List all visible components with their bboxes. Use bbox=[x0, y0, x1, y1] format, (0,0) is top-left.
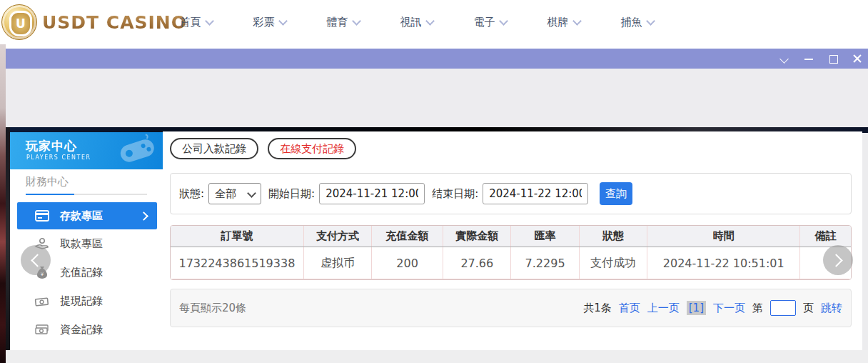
minimize-button[interactable] bbox=[802, 52, 815, 65]
end-date-input[interactable] bbox=[483, 183, 588, 204]
sidebar-item-label: 提現記錄 bbox=[60, 294, 103, 308]
modal-bottom-strip bbox=[6, 350, 868, 363]
table-header-cell: 匯率 bbox=[511, 226, 579, 247]
coin-letter: U bbox=[9, 11, 32, 36]
table-cell: 7.2295 bbox=[511, 247, 579, 279]
table-header-cell: 備註 bbox=[800, 226, 851, 247]
table-cell: 支付成功 bbox=[580, 247, 647, 279]
next-page-link[interactable]: 下一页 bbox=[713, 302, 745, 315]
sidebar-item-funds-record[interactable]: 資金記錄 bbox=[10, 315, 163, 344]
chevron-down-icon bbox=[425, 16, 435, 26]
maximize-button[interactable] bbox=[827, 52, 839, 65]
nav-label: 彩票 bbox=[253, 16, 275, 29]
table-header-cell: 充值金額 bbox=[372, 226, 443, 247]
carousel-next-button[interactable] bbox=[823, 245, 853, 275]
total-count-text: 共1条 bbox=[583, 302, 612, 315]
background-photo-strip bbox=[0, 44, 6, 363]
nav-label: 首頁 bbox=[180, 16, 201, 29]
collapse-button[interactable] bbox=[778, 52, 791, 65]
nav-label: 棋牌 bbox=[547, 16, 569, 29]
sidebar-item-withdraw-record[interactable]: 提現記錄 bbox=[10, 287, 163, 315]
chevron-down-icon bbox=[278, 16, 288, 26]
banknote-icon bbox=[34, 293, 50, 309]
screen: U USDT CASINO 首頁彩票體育視訊電子棋牌捕魚 玩家中心 PLAYER… bbox=[0, 0, 868, 363]
chevron-right-icon bbox=[829, 254, 842, 267]
chevron-right-icon bbox=[139, 212, 148, 221]
page-size-text: 每頁顯示20條 bbox=[179, 302, 246, 315]
status-select[interactable]: 全部 bbox=[208, 183, 261, 204]
nav-item-cards[interactable]: 棋牌 bbox=[527, 0, 600, 44]
table-header-cell: 訂單號 bbox=[171, 226, 304, 247]
current-page-badge: [1] bbox=[687, 301, 706, 315]
nav-item-sports[interactable]: 體育 bbox=[306, 0, 380, 44]
sidebar-item-deposit-zone[interactable]: 存款專區 bbox=[17, 202, 157, 229]
sidebar-item-label: 資金記錄 bbox=[60, 323, 103, 337]
jump-page-input[interactable] bbox=[770, 300, 796, 316]
sidebar-subtitle: PLAYERS CENTER bbox=[26, 154, 91, 161]
nav-item-slots[interactable]: 電子 bbox=[453, 0, 527, 44]
chevron-down-icon bbox=[247, 189, 256, 198]
coin-logo-icon: U bbox=[1, 4, 37, 40]
record-tabs: 公司入款記錄 在線支付記錄 bbox=[170, 138, 356, 159]
chevron-down-icon bbox=[352, 16, 361, 26]
banknotes-icon bbox=[34, 322, 50, 337]
status-label: 狀態: bbox=[179, 187, 204, 201]
gamepad-icon bbox=[115, 132, 158, 169]
sidebar-item-label: 存款專區 bbox=[60, 209, 103, 223]
nav-label: 電子 bbox=[474, 16, 495, 29]
prev-page-link[interactable]: 上一页 bbox=[647, 302, 680, 315]
site-header: U USDT CASINO 首頁彩票體育視訊電子棋牌捕魚 bbox=[0, 0, 868, 44]
sidebar-title: 玩家中心 bbox=[26, 138, 77, 154]
modal-right-gutter bbox=[862, 133, 868, 357]
table-body: 1732243861519338虚拟币20027.667.2295支付成功202… bbox=[171, 247, 851, 279]
sidebar: 玩家中心 PLAYERS CENTER 財務中心 存款專區取款專區¥充值記錄提現… bbox=[10, 132, 163, 350]
first-page-link[interactable]: 首页 bbox=[619, 302, 640, 315]
nav-item-video[interactable]: 視訊 bbox=[380, 0, 453, 44]
player-center-window: 玩家中心 PLAYERS CENTER 財務中心 存款專區取款專區¥充值記錄提現… bbox=[6, 49, 868, 363]
end-date-label: 结束日期: bbox=[432, 187, 478, 201]
chevron-down-icon bbox=[572, 16, 582, 26]
nav-label: 體育 bbox=[327, 16, 348, 29]
search-button[interactable]: 查詢 bbox=[600, 182, 632, 205]
nav-label: 捕魚 bbox=[621, 16, 642, 29]
window-controls bbox=[778, 49, 864, 69]
close-button[interactable] bbox=[851, 52, 864, 65]
sidebar-section-underline bbox=[26, 194, 147, 195]
status-select-value: 全部 bbox=[215, 187, 236, 201]
jump-action-link[interactable]: 跳转 bbox=[821, 302, 842, 315]
window-titlebar[interactable] bbox=[6, 49, 868, 69]
deposit-card-icon bbox=[34, 208, 50, 224]
table-cell: 200 bbox=[372, 247, 443, 279]
nav-label: 視訊 bbox=[400, 16, 422, 29]
carousel-prev-button[interactable] bbox=[21, 245, 51, 275]
nav-item-home[interactable]: 首頁 bbox=[159, 0, 233, 44]
table-cell: 1732243861519338 bbox=[171, 247, 304, 279]
table-header-cell: 狀態 bbox=[580, 226, 647, 247]
table-header-cell: 時間 bbox=[647, 226, 800, 247]
chevron-down-icon bbox=[499, 16, 508, 26]
start-date-input[interactable] bbox=[319, 183, 425, 204]
table-header-row: 訂單號支付方式充值金額實際金額匯率狀態時間備註 bbox=[171, 226, 851, 247]
table-cell: 27.66 bbox=[443, 247, 511, 279]
start-date-label: 開始日期: bbox=[268, 187, 315, 201]
sidebar-header: 玩家中心 PLAYERS CENTER bbox=[10, 132, 163, 169]
sidebar-item-label: 取款專區 bbox=[60, 237, 103, 251]
records-table: 訂單號支付方式充值金額實際金額匯率狀態時間備註 1732243861519338… bbox=[170, 225, 852, 280]
table-header-cell: 實際金額 bbox=[443, 226, 511, 247]
sidebar-section-title: 財務中心 bbox=[26, 175, 69, 189]
chevron-left-icon bbox=[31, 254, 44, 267]
table-cell: 2024-11-22 10:51:01 bbox=[647, 247, 800, 279]
tab-online-payment-record[interactable]: 在線支付記錄 bbox=[268, 138, 356, 159]
pagination-bar: 每頁顯示20條 共1条 首页 上一页 [1] 下一页 第 页 跳转 bbox=[170, 289, 852, 327]
chevron-down-icon bbox=[205, 16, 214, 26]
main-panel: 公司入款記錄 在線支付記錄 狀態: 全部 開始日期: 结束日期: 查詢 訂單號支… bbox=[163, 131, 862, 350]
tab-company-deposit-record[interactable]: 公司入款記錄 bbox=[170, 138, 258, 159]
nav-item-lottery[interactable]: 彩票 bbox=[233, 0, 306, 44]
main-nav: 首頁彩票體育視訊電子棋牌捕魚 bbox=[159, 0, 674, 44]
table-cell: 虚拟币 bbox=[304, 247, 372, 279]
table-row: 1732243861519338虚拟币20027.667.2295支付成功202… bbox=[171, 247, 851, 279]
jump-suffix-text: 页 bbox=[803, 302, 814, 315]
jump-prefix-text: 第 bbox=[752, 302, 763, 315]
nav-item-fishing[interactable]: 捕魚 bbox=[600, 0, 674, 44]
table-header-cell: 支付方式 bbox=[304, 226, 372, 247]
